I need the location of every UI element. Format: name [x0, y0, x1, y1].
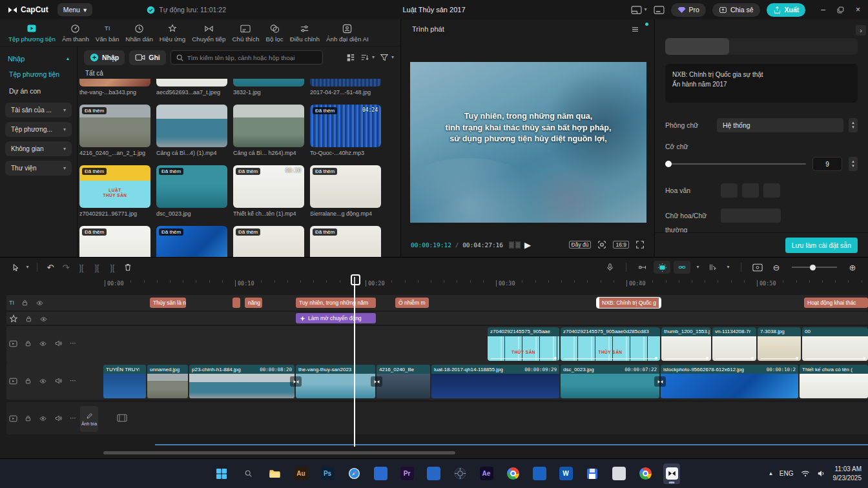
track-more-button[interactable]: ⋯ — [70, 415, 76, 422]
audio-track-line[interactable] — [155, 444, 868, 445]
voiceover-button[interactable] — [602, 259, 617, 275]
text-clip[interactable]: Ô nhiễm m — [395, 298, 429, 308]
text-content-input[interactable]: NXB: Chính trị Quốc gia sự thật Ấn hành … — [665, 64, 858, 103]
media-item[interactable]: Đã thêm 00:20 Thiết kế ch...tên (1).mp4 — [233, 165, 304, 217]
lock-track-button[interactable] — [25, 340, 32, 347]
toggle-track-visibility-button[interactable] — [36, 300, 44, 307]
font-size-slider[interactable] — [665, 163, 806, 165]
link-clips-button[interactable] — [674, 261, 690, 274]
timeline-scrollbar[interactable] — [103, 451, 455, 454]
transition-marker[interactable] — [290, 376, 302, 387]
video-clip[interactable]: 4216_0240_Be — [377, 365, 430, 398]
sidebar-group-spaces[interactable]: Không gian ▾ — [5, 141, 72, 156]
transition-marker[interactable] — [654, 376, 666, 387]
media-item[interactable]: Đã thêm — [310, 226, 381, 257]
auto-ripple-button[interactable] — [654, 261, 670, 274]
toggle-track-visibility-button[interactable] — [39, 316, 48, 323]
track-more-button[interactable]: ⋯ — [70, 340, 76, 347]
ribbon-tab-transition[interactable]: Chuyển tiếp — [189, 22, 229, 44]
subtab-basic[interactable] — [665, 38, 729, 55]
style-button-italic[interactable] — [763, 183, 780, 198]
toggle-track-visibility-button[interactable] — [39, 378, 47, 385]
view-grid-icon[interactable] — [346, 53, 355, 62]
panel-layout-icon[interactable] — [654, 6, 665, 14]
sidebar-item-media[interactable]: Tệp phương tiện — [0, 65, 77, 81]
record-button[interactable]: Ghi — [129, 50, 166, 65]
timeline-zoom-in-button[interactable]: ⊕ — [845, 259, 860, 275]
redo-button[interactable]: ↷ — [58, 259, 74, 275]
search-input[interactable] — [187, 54, 318, 61]
taskbar-item-app-light[interactable] — [610, 463, 627, 484]
sidebar-group-library[interactable]: Thư viện ▾ — [5, 161, 72, 176]
volume-icon[interactable] — [817, 470, 826, 477]
fullscreen-icon[interactable] — [636, 240, 645, 249]
sidebar-item-subproject[interactable]: Dự án con — [0, 81, 77, 98]
close-button[interactable]: × — [856, 6, 860, 14]
ribbon-tab-ai-avatar[interactable]: Ảnh đại diện AI — [323, 22, 372, 44]
taskbar-item-word[interactable]: W — [557, 463, 574, 484]
lock-track-button[interactable] — [25, 315, 32, 323]
undo-button[interactable]: ↶ — [43, 259, 58, 275]
video-preview[interactable]: Tuy nhiên, trong những năm qua, tình trạ… — [410, 62, 646, 223]
subtab-effect[interactable] — [794, 38, 858, 55]
taskbar-item-search[interactable] — [240, 463, 256, 484]
text-clip[interactable]: Tuy nhiên, trong những năm — [296, 298, 376, 308]
text-clip[interactable]: năng — [245, 298, 262, 308]
playhead[interactable] — [354, 277, 355, 447]
aspect-ratio-button[interactable]: 16:9 — [613, 241, 629, 249]
timeline-zoom-out-button[interactable]: ⊖ — [769, 259, 784, 275]
taskbar-item-safari[interactable] — [346, 463, 362, 484]
preview-cursor-button[interactable] — [705, 259, 721, 275]
lock-track-button[interactable] — [25, 377, 32, 385]
font-size-value[interactable]: 9 — [812, 157, 842, 171]
media-item[interactable]: Cảng cá Bì... h264).mp4 — [233, 105, 304, 156]
pro-button[interactable]: Pro — [671, 3, 706, 17]
ribbon-tab-filter[interactable]: Bộ lọc — [262, 22, 286, 44]
keyframe-button[interactable] — [635, 259, 650, 275]
timeline-ruler[interactable]: 00:0000:1000:2000:3000:4000:50 — [0, 277, 868, 290]
save-preset-button[interactable]: Lưu làm cài đặt sẵn — [785, 238, 858, 253]
size-stepper[interactable]: ▲▼ — [849, 157, 858, 171]
overlay-clip[interactable]: vn-11134208-7r — [712, 327, 756, 361]
ribbon-tab-caption[interactable]: Chú thích — [229, 22, 262, 44]
split-button[interactable]: ][ — [74, 259, 89, 275]
select-tool-dropdown[interactable]: ▾ — [23, 259, 32, 275]
case-button-lowercase[interactable] — [741, 208, 761, 223]
video-clip[interactable]: p23-chinh-h1-884.jpg 00:00:08:20 — [189, 365, 294, 398]
overlay-clip[interactable]: 00 — [802, 327, 868, 361]
play-button[interactable]: ▶ — [524, 241, 531, 249]
import-button[interactable]: Nhập — [84, 50, 125, 65]
share-button[interactable]: Chia sẻ — [712, 3, 760, 17]
timeline-zoom-slider[interactable] — [792, 267, 837, 268]
taskbar-item-browser-dark[interactable] — [451, 463, 468, 484]
video-clip[interactable]: Thiết kế chưa có tên ( — [800, 365, 868, 398]
media-item[interactable]: Cảng cá Bì...4) (1).mp4 — [156, 105, 227, 156]
media-item[interactable]: Đã thêm z70402921..96771.jpg — [79, 165, 150, 217]
menu-button[interactable]: Menu ▾ — [57, 3, 93, 16]
lock-track-button[interactable] — [21, 299, 28, 307]
cursor-dropdown[interactable]: ▾ — [724, 259, 732, 275]
link-dropdown[interactable]: ▾ — [694, 259, 702, 275]
taskbar-item-file-explorer[interactable] — [266, 463, 283, 484]
fit-mode-button[interactable]: Đầy đủ — [569, 241, 592, 249]
sidebar-group-assets[interactable]: Tài sản của ... ▾ — [5, 103, 72, 117]
taskbar-item-photoshop[interactable]: Ps — [319, 463, 336, 484]
split-right-button[interactable]: ][ — [105, 259, 120, 275]
preview-axis-button[interactable] — [750, 259, 765, 275]
taskbar-item-audition[interactable]: Au — [293, 463, 309, 484]
video-clip[interactable]: unnamed.jpg — [147, 365, 188, 398]
video-clip[interactable]: TUYÊN TRUYỀN — [103, 365, 146, 398]
media-item[interactable]: Đã thêm 04:24 To-Quoc-...40hz.mp3 — [310, 105, 381, 156]
toggle-track-visibility-button[interactable] — [39, 415, 47, 422]
ribbon-tab-sticker[interactable]: Nhãn dán — [122, 22, 156, 44]
subtitle-overlay[interactable]: Tuy nhiên, trong những năm qua, tình trạ… — [417, 111, 639, 145]
taskbar-item-save[interactable] — [584, 463, 601, 484]
media-item[interactable]: Đã thêm — [79, 226, 150, 257]
style-button-bold[interactable] — [721, 183, 738, 198]
ribbon-tab-media[interactable]: Tệp phương tiện — [5, 22, 59, 44]
select-tool-button[interactable] — [8, 259, 23, 275]
lock-track-button[interactable] — [25, 414, 32, 422]
chev-down-icon[interactable]: ▾ — [391, 55, 394, 60]
language-indicator[interactable]: ENG — [780, 470, 794, 477]
media-item[interactable]: Đã thêm — [156, 226, 227, 257]
